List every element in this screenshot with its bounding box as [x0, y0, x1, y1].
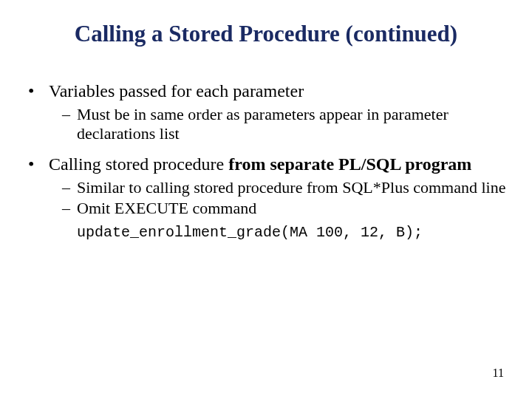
slide: Calling a Stored Procedure (continued) •… [0, 0, 532, 399]
page-number: 11 [493, 366, 504, 380]
dash-icon: – [62, 105, 77, 144]
slide-title: Calling a Stored Procedure (continued) [0, 21, 532, 47]
code-line: update_enrollment_grade(MA 100, 12, B); [77, 223, 508, 242]
dash-icon: – [62, 199, 77, 218]
sub-bullet-text: Similar to calling stored procedure from… [77, 178, 508, 197]
bullet-dot-icon: • [24, 153, 49, 175]
sub-bullet-item: – Similar to calling stored procedure fr… [62, 178, 508, 197]
dash-icon: – [62, 178, 77, 197]
bullet-text: Variables passed for each parameter [49, 80, 508, 102]
slide-body: • Variables passed for each parameter – … [24, 80, 508, 242]
sub-bullet-item: – Omit EXECUTE command [62, 199, 508, 218]
sub-bullet-item: – Must be in same order as parameters ap… [62, 105, 508, 144]
bullet-item: • Calling stored procedure from separate… [24, 153, 508, 175]
sub-bullet-text: Must be in same order as parameters appe… [77, 105, 508, 144]
sub-bullet-text: Omit EXECUTE command [77, 199, 508, 218]
bullet-item: • Variables passed for each parameter [24, 80, 508, 102]
bullet-dot-icon: • [24, 80, 49, 102]
bullet-text: Calling stored procedure from separate P… [49, 153, 508, 175]
